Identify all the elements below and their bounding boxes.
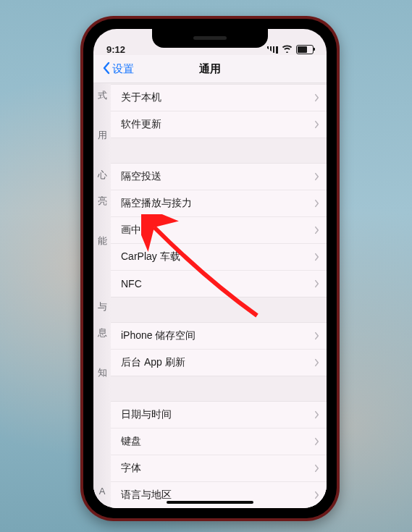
settings-group: 日期与时间键盘字体语言与地区词典 [111, 401, 327, 508]
phone-frame: 9:12 设置 通用 式用心亮能 [80, 16, 340, 521]
row-nfc[interactable]: NFC [111, 270, 327, 297]
index-letter [93, 452, 111, 478]
row-picture-in-picture[interactable]: 画中画 [111, 216, 327, 243]
row-label: 日期与时间 [121, 408, 172, 421]
row-label: 画中画 [121, 224, 151, 237]
index-letter: 知 [93, 346, 111, 400]
row-label: 隔空投送 [121, 170, 161, 183]
index-letter: A [93, 478, 111, 504]
chevron-right-icon [314, 280, 319, 288]
row-fonts[interactable]: 字体 [111, 455, 327, 481]
wifi-icon [282, 44, 293, 55]
row-label: NFC [121, 278, 142, 290]
row-software-update[interactable]: 软件更新 [111, 111, 327, 138]
left-index-strip: 式用心亮能与息知A [93, 83, 111, 508]
index-letter [93, 268, 111, 294]
home-indicator[interactable] [167, 501, 253, 504]
chevron-right-icon [314, 491, 319, 499]
row-carplay[interactable]: CarPlay 车载 [111, 243, 327, 270]
chevron-right-icon [314, 359, 319, 367]
row-label: 关于本机 [121, 91, 161, 104]
chevron-left-icon [102, 62, 111, 77]
chevron-right-icon [314, 332, 319, 340]
settings-group: 隔空投送隔空播放与接力画中画CarPlay 车载NFC [111, 163, 327, 297]
row-label: 字体 [121, 462, 141, 475]
chevron-right-icon [314, 227, 319, 235]
index-letter: 心 [93, 162, 111, 188]
row-label: 隔空播放与接力 [121, 197, 192, 210]
chevron-right-icon [314, 173, 319, 181]
row-label: 后台 App 刷新 [121, 356, 185, 369]
index-letter: 亮 [93, 188, 111, 214]
settings-content[interactable]: 关于本机软件更新隔空投送隔空播放与接力画中画CarPlay 车载NFCiPhon… [111, 83, 327, 508]
row-label: 键盘 [121, 435, 141, 448]
row-label: 语言与地区 [121, 489, 172, 502]
row-keyboard[interactable]: 键盘 [111, 428, 327, 455]
index-letter: 息 [93, 320, 111, 346]
index-letter: 式 [93, 83, 111, 109]
back-label: 设置 [112, 62, 134, 76]
status-time: 9:12 [106, 44, 125, 55]
row-iphone-storage[interactable]: iPhone 储存空间 [111, 323, 327, 349]
chevron-right-icon [314, 411, 319, 419]
settings-group: iPhone 储存空间后台 App 刷新 [111, 322, 327, 376]
screen: 9:12 设置 通用 式用心亮能 [93, 29, 327, 508]
chevron-right-icon [314, 121, 319, 129]
chevron-right-icon [314, 438, 319, 446]
row-language-region[interactable]: 语言与地区 [111, 481, 327, 508]
row-date-time[interactable]: 日期与时间 [111, 402, 327, 428]
cellular-signal-icon [267, 46, 278, 54]
notch [152, 29, 268, 48]
row-airplay-handoff[interactable]: 隔空播放与接力 [111, 190, 327, 216]
row-label: 软件更新 [121, 118, 161, 131]
index-letter [93, 426, 111, 452]
chevron-right-icon [314, 200, 319, 208]
page-title: 通用 [199, 62, 221, 76]
chevron-right-icon [314, 253, 319, 261]
index-letter: 用 [93, 109, 111, 162]
row-label: iPhone 储存空间 [121, 329, 196, 342]
settings-group: 关于本机软件更新 [111, 84, 327, 138]
nav-bar: 设置 通用 [93, 55, 327, 83]
row-airdrop[interactable]: 隔空投送 [111, 164, 327, 190]
row-about[interactable]: 关于本机 [111, 85, 327, 111]
phone-bezel: 9:12 设置 通用 式用心亮能 [83, 19, 337, 518]
row-label: CarPlay 车载 [121, 250, 180, 263]
index-letter: 与 [93, 294, 111, 320]
settings-body: 式用心亮能与息知A 关于本机软件更新隔空投送隔空播放与接力画中画CarPlay … [93, 83, 327, 508]
back-button[interactable]: 设置 [98, 55, 138, 83]
chevron-right-icon [314, 94, 319, 102]
chevron-right-icon [314, 465, 319, 473]
battery-icon [296, 45, 314, 54]
index-letter [93, 400, 111, 426]
index-letter: 能 [93, 214, 111, 268]
row-background-app-refresh[interactable]: 后台 App 刷新 [111, 349, 327, 376]
